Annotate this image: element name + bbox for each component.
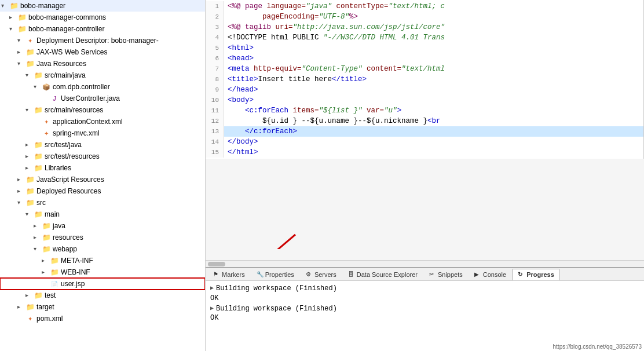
sidebar-label-deployed-resources: Deployed Resources	[36, 186, 101, 196]
line-content-10: <body>	[228, 95, 643, 105]
tab-servers[interactable]: ⚙Servers	[301, 269, 342, 280]
console-icon: ▶	[210, 304, 214, 313]
sidebar-item-com-dpb-controller[interactable]: 📦com.dpb.controller	[0, 81, 205, 93]
sidebar-item-test[interactable]: 📁test	[0, 290, 205, 301]
sidebar-item-UserController[interactable]: JUserController.java	[0, 93, 205, 104]
sidebar-item-src-main-resources[interactable]: 📁src/main/resources	[0, 104, 205, 116]
folder-icon: 📁	[25, 198, 35, 207]
sidebar-item-java-resources[interactable]: 📁Java Resources	[0, 58, 205, 70]
folder-icon: 📁	[42, 244, 51, 254]
arrow-WEB-INF	[42, 267, 49, 277]
tab-label-progress: Progress	[526, 271, 554, 278]
sidebar-label-javascript-resources: JavaScript Resources	[36, 174, 104, 185]
sidebar-label-bobo-manager-commons: bobo-manager-commons	[28, 12, 106, 23]
sidebar-item-applicationContext[interactable]: ✦applicationContext.xml	[0, 116, 205, 127]
folder-icon: 📁	[50, 268, 59, 277]
sidebar-item-deployed-resources[interactable]: 📁Deployed Resources	[0, 185, 205, 197]
line-number-9: 9	[206, 85, 224, 95]
code-line-5: 5<html>	[206, 43, 643, 53]
xml-icon: ✦	[42, 129, 51, 138]
arrow-bobo-manager-controller	[9, 24, 16, 34]
arrow-bobo-manager-commons	[9, 12, 16, 23]
line-number-7: 7	[206, 64, 224, 74]
sidebar-label-META-INF: META-INF	[61, 255, 93, 266]
sidebar-item-bobo-manager-commons[interactable]: 📁bobo-manager-commons	[0, 12, 205, 23]
line-content-8: <title>Insert title here</title>	[228, 74, 643, 85]
arrow-jax-ws	[17, 47, 24, 57]
sidebar-label-webapp: webapp	[53, 244, 77, 254]
arrow-bobo-manager	[1, 1, 8, 11]
svg-line-1	[237, 235, 295, 249]
code-line-14: 14</body>	[206, 137, 643, 147]
code-line-6: 6<head>	[206, 53, 643, 64]
line-content-12: ${u.id } --${u.uname }--${u.nickname }<b…	[228, 116, 643, 126]
sidebar-item-bobo-manager[interactable]: 📁bobo-manager	[0, 0, 205, 12]
code-line-7: 7<meta http-equiv="Content-Type" content…	[206, 64, 643, 74]
sidebar-item-target[interactable]: 📁target	[0, 301, 205, 313]
tab-console[interactable]: ▶Console	[469, 269, 511, 280]
sidebar-label-resources: resources	[53, 232, 83, 243]
arrow-java-resources	[17, 58, 24, 69]
sidebar-item-user-jsp[interactable]: 📄user.jsp	[0, 278, 205, 290]
servers-tab-icon: ⚙	[306, 271, 313, 278]
sidebar-item-java[interactable]: 📁java	[0, 220, 205, 232]
line-content-15: </html>	[228, 147, 643, 158]
line-number-15: 15	[206, 147, 224, 158]
sidebar-item-jax-ws[interactable]: 📁JAX-WS Web Services	[0, 46, 205, 58]
line-content-1: <%@ page language="java" contentType="te…	[228, 1, 643, 12]
main-area: 📁bobo-manager📁bobo-manager-commons📁bobo-…	[0, 0, 644, 351]
line-number-13: 13	[206, 126, 224, 137]
tab-label-servers: Servers	[314, 271, 336, 278]
arrow-target	[17, 302, 24, 312]
sidebar-item-src[interactable]: 📁src	[0, 197, 205, 209]
tab-properties[interactable]: 🔧Properties	[251, 269, 299, 280]
sidebar-item-webapp[interactable]: 📁webapp	[0, 243, 205, 255]
sidebar-item-pom-xml[interactable]: ✦pom.xml	[0, 313, 205, 324]
tab-datasource[interactable]: 🗄Data Source Explorer	[343, 269, 423, 280]
arrow-META-INF	[42, 255, 49, 266]
sidebar-item-javascript-resources[interactable]: 📁JavaScript Resources	[0, 174, 205, 185]
tab-label-markers: Markers	[222, 271, 245, 278]
tab-label-properties: Properties	[265, 271, 294, 278]
tab-label-console: Console	[483, 271, 506, 278]
arrow-src	[17, 198, 24, 208]
sidebar-label-user-jsp: user.jsp	[61, 279, 85, 289]
sidebar-item-src-test-resources[interactable]: 📁src/test/resources	[0, 151, 205, 162]
sidebar-item-bobo-manager-controller[interactable]: 📁bobo-manager-controller	[0, 23, 205, 35]
tabs-bar: ⚑Markers🔧Properties⚙Servers🗄Data Source …	[206, 268, 644, 281]
sidebar-item-META-INF[interactable]: 📁META-INF	[0, 255, 205, 266]
code-line-1: 1<%@ page language="java" contentType="t…	[206, 1, 643, 12]
scrollbar-thumb[interactable]	[208, 262, 225, 266]
sidebar-label-main: main	[45, 209, 60, 220]
sidebar-item-deployment-descriptor[interactable]: ✦Deployment Descriptor: bobo-manager-	[0, 35, 205, 46]
sidebar-item-main[interactable]: 📁main	[0, 209, 205, 220]
arrow-deployment-descriptor	[17, 35, 24, 46]
jsp-icon: 📄	[50, 279, 59, 288]
sidebar-item-libraries[interactable]: 📁Libraries	[0, 162, 205, 174]
datasource-tab-icon: 🗄	[348, 271, 355, 278]
line-number-2: 2	[206, 12, 224, 22]
line-number-1: 1	[206, 1, 224, 12]
sidebar-item-src-main-java[interactable]: 📁src/main/java	[0, 70, 205, 81]
tab-progress[interactable]: ↻Progress	[513, 269, 559, 280]
folder-icon: 📁	[42, 233, 51, 242]
sidebar-label-WEB-INF: WEB-INF	[61, 267, 90, 277]
line-number-11: 11	[206, 105, 224, 116]
sidebar-item-src-test-java[interactable]: 📁src/test/java	[0, 139, 205, 151]
sidebar-item-WEB-INF[interactable]: 📁WEB-INF	[0, 266, 205, 278]
sidebar-item-spring-mvc[interactable]: ✦spring-mvc.xml	[0, 127, 205, 139]
line-content-6: <head>	[228, 53, 643, 64]
sidebar-label-spring-mvc: spring-mvc.xml	[53, 128, 100, 138]
code-line-10: 10<body>	[206, 95, 643, 105]
console-line: OK	[210, 313, 639, 323]
tab-snippets[interactable]: ✂Snippets	[424, 269, 468, 280]
arrow-libraries	[25, 163, 32, 173]
console-text: Building workspace (Finished)	[216, 304, 337, 312]
tab-markers[interactable]: ⚑Markers	[208, 269, 250, 280]
horizontal-scrollbar[interactable]	[206, 260, 644, 267]
sidebar-item-resources[interactable]: 📁resources	[0, 232, 205, 243]
sidebar-label-src: src	[36, 198, 46, 208]
folder-icon: 📁	[17, 13, 27, 22]
sidebar-label-libraries: Libraries	[45, 163, 71, 173]
arrow-src-test-java	[25, 140, 32, 150]
